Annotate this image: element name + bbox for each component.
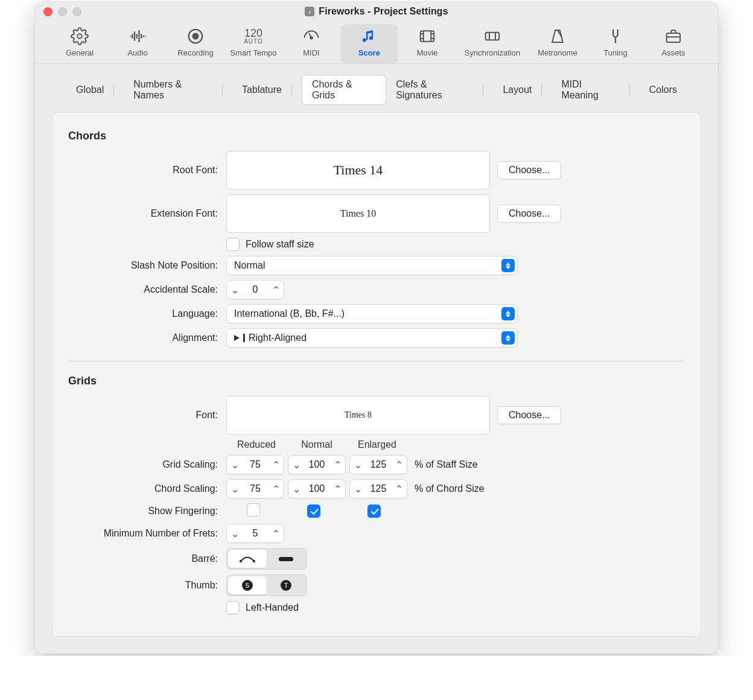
tab-colors[interactable]: Colors	[640, 81, 687, 99]
show-fingering-normal-checkbox[interactable]	[307, 504, 320, 518]
left-handed-label: Left-Handed	[246, 602, 299, 613]
toolbar-label: Tuning	[603, 48, 627, 57]
toolbar-label: Movie	[417, 48, 438, 57]
tempo-icon: 120 AUTO	[244, 27, 263, 46]
tab-numbers-names[interactable]: Numbers & Names	[124, 75, 232, 104]
root-font-preview: Times 14	[226, 151, 490, 189]
tab-global[interactable]: Global	[66, 81, 124, 99]
alignment-select[interactable]: Right-Aligned	[226, 328, 518, 348]
close-window-button[interactable]	[43, 7, 52, 16]
alignment-label: Alignment:	[68, 332, 226, 343]
notes-icon	[360, 27, 379, 46]
barre-segment[interactable]	[226, 548, 307, 570]
film-icon	[418, 27, 437, 46]
extension-font-label: Extension Font:	[68, 208, 226, 219]
thumb-option-t[interactable]: T	[267, 576, 305, 594]
column-header-normal: Normal	[287, 439, 347, 450]
toolbar-label: Recording	[177, 48, 213, 57]
extension-font-preview: Times 10	[226, 194, 490, 233]
chord-scaling-reduced-stepper[interactable]: ⌄75⌃	[226, 479, 284, 498]
tab-chords-grids[interactable]: Chords & Grids	[302, 75, 386, 105]
tab-layout[interactable]: Layout	[493, 81, 551, 99]
svg-point-7	[240, 560, 242, 562]
language-select[interactable]: International (B, Bb, F#...)	[226, 304, 518, 323]
select-caret-icon	[501, 307, 515, 320]
minimize-window-button[interactable]	[58, 7, 67, 16]
toolbar-label: Assets	[661, 48, 685, 57]
sync-icon	[483, 27, 502, 46]
grid-scaling-reduced-stepper[interactable]: ⌄75⌃	[226, 455, 284, 474]
show-fingering-label: Show Fingering:	[68, 506, 226, 517]
tab-tablature[interactable]: Tablature	[232, 81, 302, 99]
toolbar-item-movie[interactable]: Movie	[398, 24, 456, 63]
svg-point-0	[77, 34, 82, 39]
metronome-icon	[548, 27, 567, 46]
svg-point-2	[193, 34, 199, 39]
min-frets-label: Minimum Number of Frets:	[68, 528, 226, 539]
left-handed-checkbox[interactable]	[226, 601, 240, 614]
barre-option-bar[interactable]	[267, 550, 305, 568]
grid-scaling-label: Grid Scaling:	[68, 459, 226, 470]
grid-scaling-normal-stepper[interactable]: ⌄100⌃	[288, 455, 346, 474]
follow-staff-size-checkbox[interactable]	[226, 238, 240, 251]
gauge-icon	[302, 27, 321, 46]
svg-rect-5	[486, 33, 500, 40]
stepper-down-icon[interactable]: ⌄	[227, 284, 243, 296]
toolbar-label: Score	[358, 48, 380, 57]
accidental-scale-stepper[interactable]: ⌄ 0 ⌃	[226, 280, 284, 299]
show-fingering-reduced-checkbox[interactable]	[247, 503, 260, 517]
toolbar-item-sync[interactable]: Synchronization	[456, 24, 529, 63]
grids-section-title: Grids	[68, 375, 685, 387]
toolbar-item-smart-tempo[interactable]: 120 AUTO Smart Tempo	[224, 24, 282, 63]
section-divider	[68, 361, 685, 361]
toolbar-item-audio[interactable]: Audio	[109, 24, 167, 63]
slash-note-label: Slash Note Position:	[68, 260, 226, 271]
record-icon	[186, 27, 205, 46]
toolbar-label: Smart Tempo	[230, 48, 276, 57]
slash-note-select[interactable]: Normal	[226, 256, 518, 275]
toolbar-label: Metronome	[538, 48, 577, 57]
toolbar-item-tuning[interactable]: Tuning	[586, 24, 644, 63]
maximize-window-button[interactable]	[72, 7, 81, 16]
toolbar-label: Audio	[127, 48, 147, 57]
chord-scaling-label: Chord Scaling:	[68, 483, 226, 494]
toolbar-item-score[interactable]: Score	[340, 24, 398, 63]
toolbar-item-assets[interactable]: Assets	[644, 24, 702, 63]
chord-scaling-normal-stepper[interactable]: ⌄100⌃	[288, 479, 346, 498]
chord-scaling-enlarged-stepper[interactable]: ⌄125⌃	[349, 479, 407, 498]
thumb-option-5[interactable]: 5	[228, 576, 267, 594]
min-frets-stepper[interactable]: ⌄5⌃	[226, 524, 284, 543]
chords-section-title: Chords	[68, 130, 685, 142]
root-font-choose-button[interactable]: Choose...	[497, 161, 561, 179]
extension-font-choose-button[interactable]: Choose...	[497, 205, 561, 223]
tab-clefs-signatures[interactable]: Clefs & Signatures	[386, 75, 493, 104]
toolbar-item-recording[interactable]: Recording	[167, 24, 224, 63]
accidental-scale-label: Accidental Scale:	[68, 284, 226, 295]
svg-rect-4	[421, 31, 434, 42]
column-header-reduced: Reduced	[226, 439, 287, 450]
grid-scaling-enlarged-stepper[interactable]: ⌄125⌃	[349, 455, 407, 474]
window-traffic-lights	[43, 7, 81, 16]
root-font-label: Root Font:	[68, 165, 226, 176]
tab-midi-meaning[interactable]: MIDI Meaning	[551, 75, 639, 104]
toolbar: General Audio Recording 120 AUTO Smart T…	[35, 21, 718, 64]
stepper-up-icon[interactable]: ⌃	[268, 284, 284, 296]
briefcase-icon	[664, 27, 683, 46]
thumb-segment[interactable]: 5 T	[226, 574, 307, 596]
toolbar-item-general[interactable]: General	[51, 24, 109, 63]
toolbar-item-metronome[interactable]: Metronome	[529, 24, 586, 63]
select-caret-icon	[501, 259, 515, 272]
follow-staff-size-label: Follow staff size	[246, 239, 314, 250]
toolbar-item-midi[interactable]: MIDI	[282, 24, 340, 63]
select-caret-icon	[501, 331, 515, 345]
show-fingering-enlarged-checkbox[interactable]	[367, 504, 381, 518]
toolbar-label: Synchronization	[465, 48, 521, 57]
chord-scaling-suffix: % of Chord Size	[415, 483, 485, 494]
tuning-fork-icon	[606, 27, 625, 46]
barre-option-arc[interactable]	[228, 550, 267, 568]
grid-scaling-suffix: % of Staff Size	[415, 459, 478, 470]
titlebar: ♪ Fireworks - Project Settings	[35, 2, 718, 21]
svg-point-8	[253, 560, 255, 562]
grid-font-choose-button[interactable]: Choose...	[497, 406, 561, 424]
barre-label: Barré:	[68, 553, 226, 564]
